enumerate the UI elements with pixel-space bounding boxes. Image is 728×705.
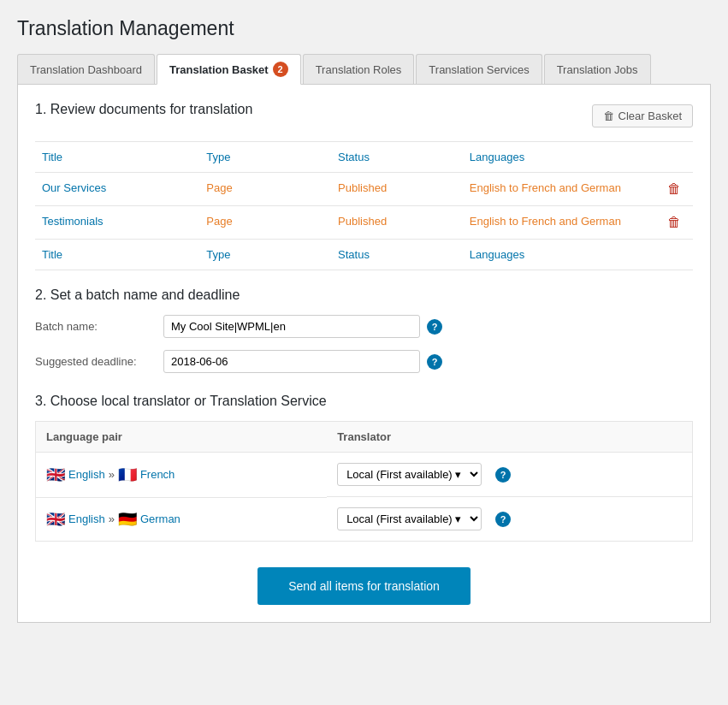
to-label: German [140,512,181,525]
deadline-input[interactable] [163,350,420,373]
table-footer-row: Title Type Status Languages [35,240,693,270]
col-header-action [660,142,693,173]
page-title: Translation Management [17,17,711,40]
cell-languages: English to French and German [463,206,660,240]
tab-roles[interactable]: Translation Roles [303,54,415,84]
translator-help-icon[interactable]: ? [495,467,511,483]
col-translator: Translator [327,422,692,453]
tab-jobs-label: Translation Jobs [557,63,638,76]
trash-icon: 🗑 [603,110,614,122]
deadline-help-icon[interactable]: ? [427,354,442,370]
section3-title: 3. Choose local translator or Translatio… [35,394,693,409]
translator-cell: Local (First available) ▾ ? [327,453,692,497]
translator-table: Language pair Translator 🇬🇧 English » 🇫🇷… [35,421,693,542]
to-flag: 🇩🇪 [118,510,137,529]
translator-row: 🇬🇧 English » 🇩🇪 German Local (First avai… [36,497,693,542]
col-footer-status[interactable]: Status [331,240,463,270]
cell-title: Testimonials [35,206,199,240]
deadline-row: Suggested deadline: ? [35,350,693,373]
batch-name-label: Batch name: [35,320,163,333]
submit-row: Send all items for translation [35,567,693,605]
tab-roles-label: Translation Roles [316,63,402,76]
cell-type: Page [199,173,331,206]
col-header-status[interactable]: Status [331,142,463,173]
from-flag: 🇬🇧 [46,465,65,484]
col-footer-languages[interactable]: Languages [463,240,660,270]
tab-basket-label: Translation Basket [169,63,269,76]
to-flag: 🇫🇷 [118,465,137,484]
table-header-row: Title Type Status Languages [35,142,693,173]
cell-type: Page [199,206,331,240]
arrow-icon: » [109,468,115,481]
deadline-label: Suggested deadline: [35,355,163,368]
cell-languages: English to French and German [463,173,660,206]
section2-title: 2. Set a batch name and deadline [35,287,693,303]
translator-select[interactable]: Local (First available) ▾ [337,507,482,530]
tab-services-label: Translation Services [429,63,529,76]
cell-action[interactable]: 🗑 [660,173,693,206]
from-label: English [68,468,105,481]
translator-select[interactable]: Local (First available) ▾ [337,463,482,486]
table-row: Testimonials Page Published English to F… [35,206,693,240]
col-lang-pair: Language pair [36,422,328,453]
tab-dashboard-label: Translation Dashboard [30,63,142,76]
main-content: 1. Review documents for translation 🗑 Cl… [17,85,711,623]
lang-pair-cell: 🇬🇧 English » 🇩🇪 German [36,497,328,542]
cell-status: Published [331,173,463,206]
section-review: 1. Review documents for translation 🗑 Cl… [35,102,693,270]
from-label: English [68,512,105,525]
table-row: Our Services Page Published English to F… [35,173,693,206]
cell-title: Our Services [35,173,199,206]
translator-help-icon[interactable]: ? [495,512,511,527]
tab-jobs[interactable]: Translation Jobs [544,54,651,84]
batch-name-help-icon[interactable]: ? [427,319,442,335]
col-footer-title[interactable]: Title [35,240,199,270]
cell-action[interactable]: 🗑 [660,206,693,240]
batch-name-input[interactable] [163,315,420,338]
section-batch: 2. Set a batch name and deadline Batch n… [35,287,693,373]
tab-dashboard[interactable]: Translation Dashboard [17,54,155,84]
col-footer-action [660,240,693,270]
translator-header-row: Language pair Translator [36,422,693,453]
clear-basket-label: Clear Basket [619,110,682,122]
col-footer-type[interactable]: Type [199,240,331,270]
col-header-type[interactable]: Type [199,142,331,173]
section-translator: 3. Choose local translator or Translatio… [35,394,693,542]
batch-name-row: Batch name: ? [35,315,693,338]
tab-basket[interactable]: Translation Basket 2 [157,54,301,85]
review-table: Title Type Status Languages Our Services… [35,141,693,270]
translator-cell: Local (First available) ▾ ? [327,497,692,541]
to-label: French [140,468,175,481]
lang-pair-cell: 🇬🇧 English » 🇫🇷 French [36,453,328,498]
clear-basket-button[interactable]: 🗑 Clear Basket [592,104,693,127]
from-flag: 🇬🇧 [46,510,65,529]
arrow-icon: » [109,512,115,525]
col-header-languages[interactable]: Languages [463,142,660,173]
tab-basket-badge: 2 [273,62,288,77]
send-all-button[interactable]: Send all items for translation [257,567,471,605]
cell-status: Published [331,206,463,240]
tabs-nav: Translation Dashboard Translation Basket… [17,54,711,85]
section1-title: 1. Review documents for translation [35,102,252,117]
tab-services[interactable]: Translation Services [416,54,542,84]
col-header-title[interactable]: Title [35,142,199,173]
translator-row: 🇬🇧 English » 🇫🇷 French Local (First avai… [36,453,693,498]
